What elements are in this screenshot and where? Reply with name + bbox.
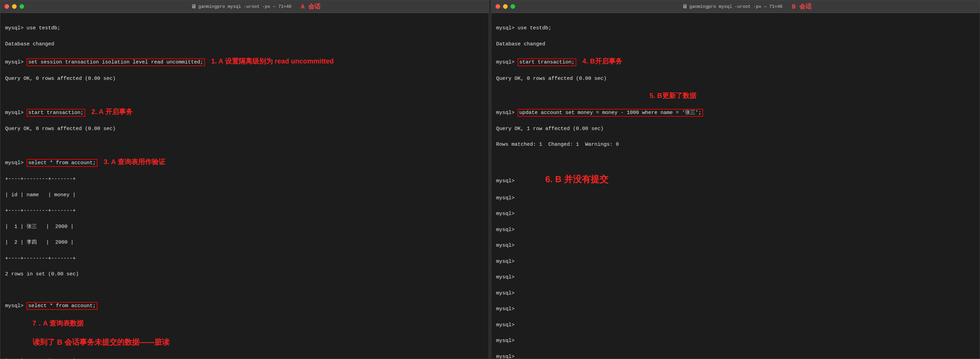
session-label-b: B 会话 [792,2,812,11]
line-mysql-b6: mysql> [496,258,975,265]
line-mysql-b10: mysql> [496,321,975,329]
line-db-changed-a: Database changed [5,40,484,48]
cmd-select-2: select * from account; [27,302,97,310]
line-rows-matched: Rows matched: 1 Changed: 1 Warnings: 0 [496,140,975,148]
annotation-step5: 5. B更新了数据 [649,92,696,99]
title-text-b: ganmingpro mysql -uroot -px — 71×46 [689,4,783,9]
terminal-body-a[interactable]: mysql> use testdb; Database changed mysq… [0,13,488,359]
close-button-a[interactable] [5,4,9,9]
line-ok-2: Query OK, 0 rows affected (0.00 sec) [5,125,484,133]
blank-b2 [496,156,975,164]
line-set-isolation: mysql> set session transaction isolation… [5,56,484,67]
table1-header: | id | name | money | [5,191,484,199]
table2-border-top: +----+--------+-------+ [5,356,484,359]
line-mysql-b11: mysql> [496,337,975,345]
annotation-step8: 读到了 B 会话事务未提交的数据——脏读 [32,338,169,346]
line-mysql-b4: mysql> [496,226,975,234]
line-select-1: mysql> select * from account; 3. A 查询表用作… [5,156,484,167]
annotation-step2: 2. A 开启事务 [91,108,133,115]
line-mysql-b5: mysql> [496,242,975,249]
titlebar-a: 🖥 ganmingpro mysql -uroot -px — 71×46 A … [0,0,488,13]
line-start-tx-a: mysql> start transaction; 2. A 开启事务 [5,107,484,117]
annotation-step7: 7．A 查询表数据 [32,319,84,327]
line-db-changed-b: Database changed [496,40,975,48]
line-use-db-b: mysql> use testdb; [496,24,975,32]
title-b: 🖥 ganmingpro mysql -uroot -px — 71×46 B … [682,2,811,11]
minimize-button-b[interactable] [503,4,508,9]
maximize-button-a[interactable] [19,4,24,9]
table1-border-bottom: +----+--------+-------+ [5,255,484,262]
line-mysql-b12: mysql> [496,353,975,359]
line-select-2: mysql> select * from account; [5,302,484,310]
cmd-start-tx-a: start transaction; [27,109,85,117]
minimize-button-a[interactable] [12,4,17,9]
line-update-b: mysql> update account set money = money … [496,109,975,117]
line-mysql-b3: mysql> [496,210,975,218]
annotation-step3: 3. A 查询表用作验证 [103,158,165,166]
table1-sep: +----+--------+-------+ [5,207,484,215]
maximize-button-b[interactable] [511,4,515,9]
cmd-select-1: select * from account; [27,159,97,167]
blank-1 [5,91,484,98]
line-mysql-b2: mysql> [496,194,975,202]
table1-row1: | 1 | 张三 | 2000 | [5,223,484,231]
terminal-body-b[interactable]: mysql> use testdb; Database changed mysq… [492,13,980,359]
cmd-start-tx-b: start transaction; [518,58,576,66]
title-a: 🖥 ganmingpro mysql -uroot -px — 71×46 A … [191,2,321,11]
annotation-step1: 1. A 设置隔离级别为 read uncommitted [211,57,334,65]
line-ok-b2: Query OK, 1 row affected (0.00 sec) [496,125,975,133]
line-use-db-a: mysql> use testdb; [5,24,484,32]
line-start-tx-b: mysql> start transaction; 4. B开启事务 [496,56,975,67]
cmd-update-b: update account set money = money - 1000 … [518,109,703,117]
table1-border-top: +----+--------+-------+ [5,175,484,183]
terminal-a: 🖥 ganmingpro mysql -uroot -px — 71×46 A … [0,0,489,359]
annotation-step6: 6. B 并没有提交 [545,174,608,184]
line-mysql-b7: mysql> [496,273,975,281]
line-mysql-b1: mysql> 6. B 并没有提交 [496,172,975,186]
cmd-set-isolation: set session transaction isolation level … [27,58,205,66]
annotation-step4: 4. B开启事务 [582,57,622,65]
terminal-b: 🖥 ganmingpro mysql -uroot -px — 71×46 B … [491,0,980,359]
blank-2 [5,140,484,148]
table1-rows-count: 2 rows in set (0.00 sec) [5,270,484,278]
blank-b1: 5. B更新了数据 [496,91,975,101]
blank-3 [5,286,484,294]
line-mysql-b9: mysql> [496,305,975,313]
annotation-step7-row: 7．A 查询表数据 [5,318,484,329]
titlebar-b: 🖥 ganmingpro mysql -uroot -px — 71×46 B … [492,0,980,13]
table1-row2: | 2 | 李四 | 2000 | [5,239,484,246]
line-mysql-b8: mysql> [496,289,975,297]
line-ok-1: Query OK, 0 rows affected (0.00 sec) [5,75,484,83]
close-button-b[interactable] [495,4,500,9]
title-text-a: ganmingpro mysql -uroot -px — 71×46 [199,4,291,9]
line-ok-b1: Query OK, 0 rows affected (0.00 sec) [496,75,975,83]
annotation-step8-row: 读到了 B 会话事务未提交的数据——脏读 [5,337,484,348]
session-label-a: A 会话 [301,2,321,11]
